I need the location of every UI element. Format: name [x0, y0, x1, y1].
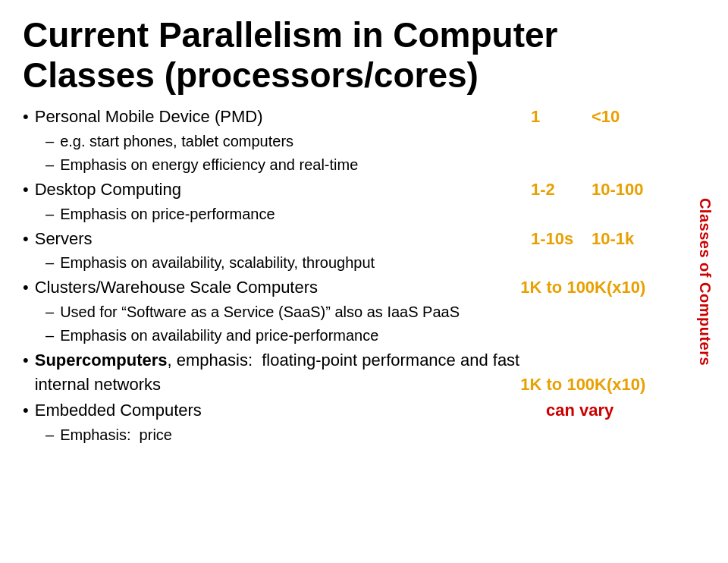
- list-item: • Personal Mobile Device (PMD) 1 <10: [23, 105, 660, 129]
- content-list: • Personal Mobile Device (PMD) 1 <10 – e…: [23, 105, 660, 446]
- sub-text: Emphasis: price: [60, 424, 172, 446]
- row-content: Desktop Computing 1-2 10-100: [35, 178, 660, 202]
- item-label: Personal Mobile Device (PMD): [35, 105, 263, 129]
- sidebar-label: Classes of Computers: [697, 197, 714, 365]
- sub-item: – Emphasis on availability, scalability,…: [46, 252, 660, 274]
- col-value-2: 10-100: [592, 178, 660, 202]
- list-item: • Embedded Computers can vary: [23, 398, 660, 423]
- bullet-icon: •: [23, 275, 29, 300]
- dash-icon: –: [46, 325, 54, 347]
- super-col2: (x10): [607, 373, 660, 397]
- list-item: • Supercomputers , emphasis: floating-po…: [23, 348, 660, 397]
- sub-text: Emphasis on availability, scalability, t…: [60, 252, 375, 274]
- item-label: Desktop Computing: [35, 178, 181, 202]
- sub-item: – Emphasis: price: [46, 424, 660, 446]
- col-value-2: <10: [592, 105, 660, 129]
- super-row1: Supercomputers , emphasis: floating-poin…: [35, 348, 660, 373]
- item-label: Servers: [35, 227, 93, 251]
- internal-networks: internal networks: [35, 373, 161, 397]
- row-content: Embedded Computers can vary: [35, 398, 660, 423]
- sub-text: Emphasis on energy efficiency and real-t…: [60, 154, 358, 176]
- dash-icon: –: [46, 301, 54, 323]
- col-value-1: 1-10s: [531, 227, 592, 251]
- col-value-1: 1: [531, 105, 592, 129]
- item-label-bold: Supercomputers: [35, 348, 168, 373]
- bullet-icon: •: [23, 227, 29, 251]
- item-label: Clusters/Warehouse Scale Computers: [35, 275, 318, 300]
- bullet-icon: •: [23, 348, 29, 373]
- row-content: Personal Mobile Device (PMD) 1 <10: [35, 105, 660, 129]
- slide-title: Current Parallelism in Computer Classes …: [23, 15, 660, 96]
- sidebar-wrapper: Classes of Computers: [682, 0, 728, 563]
- sub-text: Emphasis on availability and price-perfo…: [60, 325, 378, 347]
- item-label: Embedded Computers: [35, 398, 202, 423]
- col-value-2: 10-1k: [592, 227, 660, 251]
- super-block: Supercomputers , emphasis: floating-poin…: [35, 348, 660, 397]
- list-item: • Desktop Computing 1-2 10-100: [23, 178, 660, 202]
- col-value-1: 1-2: [531, 178, 592, 202]
- dash-icon: –: [46, 154, 54, 176]
- super-row2: internal networks 1K to 100K (x10): [35, 373, 660, 397]
- sub-text: Used for “Software as a Service (SaaS)” …: [60, 301, 460, 323]
- super-col1: 1K to 100K: [520, 373, 607, 397]
- dash-icon: –: [46, 252, 54, 274]
- sub-item: – Emphasis on energy efficiency and real…: [46, 154, 660, 176]
- col-value-1: 1K to 100K: [520, 275, 607, 300]
- list-item: • Clusters/Warehouse Scale Computers 1K …: [23, 275, 660, 300]
- sub-item: – e.g. start phones, tablet computers: [46, 131, 660, 153]
- super-rest: , emphasis: floating-point performance a…: [168, 348, 520, 373]
- sub-item: – Emphasis on availability and price-per…: [46, 325, 660, 347]
- list-item: • Servers 1-10s 10-1k: [23, 227, 660, 251]
- sub-item: – Emphasis on price-performance: [46, 203, 660, 225]
- dash-icon: –: [46, 203, 54, 225]
- bullet-icon: •: [23, 105, 29, 129]
- sub-text: Emphasis on price-performance: [60, 203, 275, 225]
- dash-icon: –: [46, 424, 54, 446]
- col-value-2: (x10): [607, 275, 660, 300]
- sub-item: – Used for “Software as a Service (SaaS)…: [46, 301, 660, 323]
- row-content: Clusters/Warehouse Scale Computers 1K to…: [35, 275, 660, 300]
- sub-text: e.g. start phones, tablet computers: [60, 131, 293, 153]
- bullet-icon: •: [23, 178, 29, 202]
- main-content: Current Parallelism in Computer Classes …: [0, 0, 682, 463]
- dash-icon: –: [46, 131, 54, 153]
- row-content: Servers 1-10s 10-1k: [35, 227, 660, 251]
- bullet-icon: •: [23, 398, 29, 423]
- col-value-embedded: can vary: [546, 398, 660, 423]
